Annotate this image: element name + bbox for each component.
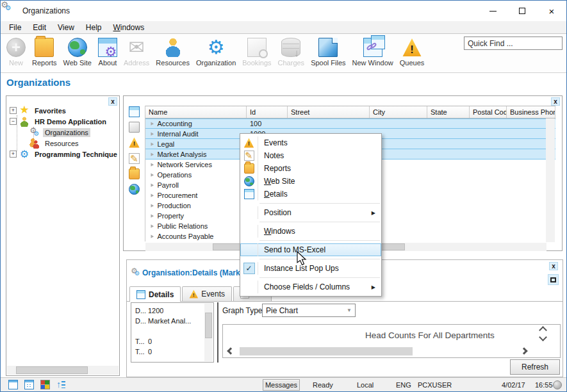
toolbar-button-resources[interactable]: Resources [152, 36, 193, 67]
refresh-button[interactable]: Refresh [510, 359, 560, 375]
scroll-left-icon[interactable] [8, 366, 15, 375]
menu-item-windows[interactable]: Windows [108, 21, 151, 34]
expand-icon[interactable]: + [10, 107, 17, 114]
context-menu-item-reports[interactable]: Reports [240, 162, 381, 175]
scroll-thumb[interactable] [240, 347, 413, 355]
menu-item-file[interactable]: File [3, 21, 27, 34]
expand-row-icon[interactable]: ▶ [151, 121, 154, 126]
checked-checkbox-icon[interactable]: ✓ [243, 263, 255, 274]
close-button[interactable]: × [537, 1, 566, 21]
tab-events[interactable]: !Events [182, 286, 232, 301]
scroll-thumb[interactable] [16, 366, 88, 374]
expand-icon[interactable]: + [10, 151, 17, 158]
expand-row-icon[interactable]: ▶ [151, 162, 154, 167]
column-header-id[interactable]: Id [247, 106, 288, 118]
tree-item-organizations[interactable]: ⚙⚙Organizations [6, 127, 119, 138]
chart-vertical-scroll[interactable] [540, 327, 546, 340]
context-menu-item-send-to-ms-excel[interactable]: Send to MS-Excel [240, 243, 381, 256]
scroll-up-icon[interactable] [546, 120, 555, 126]
column-header-city[interactable]: City [370, 106, 427, 118]
column-header-postal-code[interactable]: Postal Code [470, 106, 507, 118]
expand-row-icon[interactable]: ▶ [151, 172, 154, 177]
messages-button[interactable]: Messages [263, 379, 300, 391]
window-icon[interactable] [129, 106, 140, 117]
tree-horizontal-scrollbar[interactable] [7, 366, 119, 375]
tabs-divider [127, 301, 563, 302]
scroll-right-icon[interactable] [111, 366, 117, 375]
toolbar-button-new-window[interactable]: New Window [349, 36, 397, 67]
details-splitter[interactable] [217, 302, 218, 363]
expand-row-icon[interactable]: ▶ [151, 142, 154, 147]
context-menu-item-notes[interactable]: ✎Notes [240, 149, 381, 162]
chevron-left-icon[interactable] [227, 347, 234, 354]
quick-find-input[interactable] [464, 37, 563, 50]
menu-item-edit[interactable]: Edit [27, 21, 52, 34]
expand-row-icon[interactable]: ▶ [151, 131, 154, 136]
tree-item-hr-demo-application[interactable]: −HR Demo Application [6, 116, 119, 127]
context-menu-item-details[interactable]: Details [240, 188, 381, 200]
context-menu-item-choose-fields-columns[interactable]: Choose Fields / Columns▶ [240, 281, 381, 293]
scroll-thumb[interactable] [205, 313, 212, 338]
menu-item-view[interactable]: View [52, 21, 80, 34]
status-icons: ↑ [8, 380, 66, 389]
tab-details[interactable]: Details [129, 286, 181, 302]
expand-row-icon[interactable]: ▶ [151, 213, 154, 218]
tree-item-programming-technique[interactable]: +⚙Programming Technique [6, 149, 119, 159]
detail-field-row: T...0 [131, 336, 213, 347]
doc-gray-icon[interactable] [129, 122, 140, 133]
list-close-button[interactable]: x [551, 97, 560, 106]
scroll-down-icon[interactable] [546, 234, 555, 241]
context-menu-item-instance-list-pop-ups[interactable]: ✓Instance List Pop Ups [240, 262, 381, 275]
context-menu-item-events[interactable]: !Events [240, 136, 381, 149]
table-row[interactable]: ▶Accounting100 [145, 118, 555, 129]
chevron-right-icon[interactable] [520, 347, 527, 354]
chevron-down-icon[interactable] [539, 333, 547, 341]
expand-row-icon[interactable]: ▶ [151, 183, 154, 188]
tree-item-resources[interactable]: Resources [6, 138, 119, 149]
collapse-icon[interactable]: − [10, 118, 17, 125]
field-label: T... [131, 348, 148, 355]
scroll-left-icon[interactable] [147, 243, 153, 251]
context-menu-item-position[interactable]: Position▶ [240, 206, 381, 219]
grid-colors-icon[interactable] [40, 380, 50, 389]
expand-row-icon[interactable]: ▶ [151, 234, 154, 239]
maximize-button[interactable] [507, 1, 537, 21]
context-menu-item-web-site[interactable]: Web Site [240, 175, 381, 188]
toolbar-button-web-site[interactable]: Web Site [60, 36, 95, 67]
expand-row-icon[interactable]: ▶ [151, 224, 154, 229]
expand-row-icon[interactable]: ▶ [151, 152, 154, 157]
toolbar-button-about[interactable]: ⚙About [95, 36, 120, 67]
mouse-cursor [297, 251, 311, 266]
expand-row-icon[interactable]: ▶ [151, 193, 154, 198]
column-header-business-phone[interactable]: Business Phone [507, 106, 555, 118]
tree-item-favorites[interactable]: +★Favorites [6, 105, 119, 116]
column-header-street[interactable]: Street [288, 106, 370, 118]
warning-icon[interactable]: ! [129, 137, 140, 148]
chart-horizontal-scrollbar[interactable] [224, 347, 530, 356]
toolbar-button-queues[interactable]: !Queues [397, 36, 428, 67]
toolbar-button-spool-files[interactable]: Spool Files [308, 36, 349, 67]
scroll-right-icon[interactable] [539, 243, 545, 251]
list-vertical-scrollbar[interactable] [546, 118, 555, 242]
folder-icon[interactable] [129, 168, 140, 179]
details-close-button[interactable]: x [549, 262, 558, 270]
sort-icon[interactable]: ↑ [56, 380, 66, 389]
scroll-down-icon[interactable] [204, 354, 213, 360]
menu-item-help[interactable]: Help [80, 21, 108, 34]
graph-type-select[interactable]: Pie Chart ▼ [262, 304, 356, 317]
context-menu-item-windows[interactable]: Windows [240, 225, 381, 238]
details-maximize-button[interactable] [548, 274, 559, 285]
expand-row-icon[interactable]: ▶ [151, 203, 154, 208]
scroll-up-icon[interactable] [204, 305, 213, 311]
toolbar-button-organization[interactable]: ⚙Organization [193, 36, 239, 67]
win-dotted-icon[interactable] [24, 380, 34, 389]
win-outline-icon[interactable] [8, 380, 18, 389]
column-header-state[interactable]: State [427, 106, 470, 118]
note-icon[interactable]: ✎ [129, 153, 140, 164]
globe-icon[interactable] [129, 184, 140, 195]
fields-vertical-scrollbar[interactable] [204, 304, 213, 361]
cell-name: ▶Network Services [145, 159, 247, 170]
column-header-name[interactable]: Name [145, 106, 247, 118]
minimize-button[interactable] [478, 1, 507, 21]
toolbar-button-reports[interactable]: Reports [29, 36, 60, 67]
